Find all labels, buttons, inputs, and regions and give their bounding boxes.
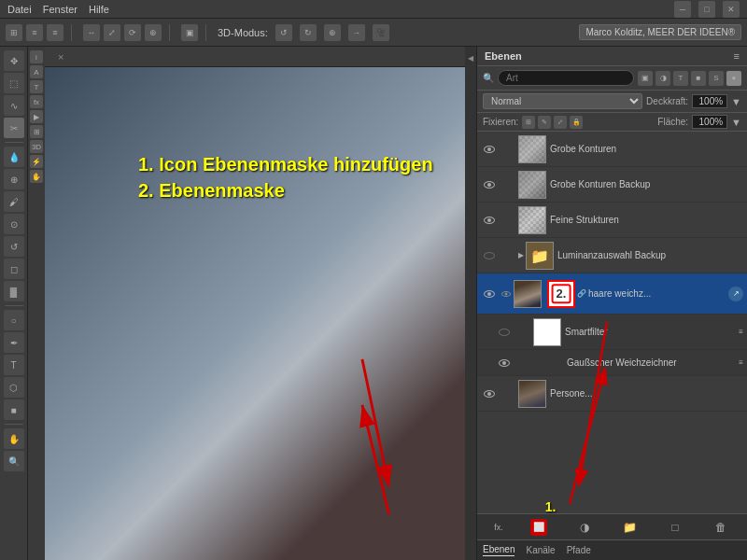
- select-tool[interactable]: ⬚: [4, 73, 24, 93]
- tool-icon-4[interactable]: ↔: [83, 24, 100, 41]
- filter-adj-icon[interactable]: ◑: [655, 71, 670, 86]
- move-tool[interactable]: ✥: [4, 50, 24, 71]
- new-layer-button[interactable]: □: [666, 518, 684, 537]
- lock-fill-row: Fixieren: ⊞ ✎ ⤢ 🔒 Fläche: ▼: [477, 113, 747, 132]
- doc-tab-close[interactable]: ×: [58, 51, 63, 63]
- create-adjustment-button[interactable]: ◑: [575, 518, 594, 537]
- blend-mode-select[interactable]: Normal: [483, 93, 642, 109]
- shape-tool[interactable]: ■: [4, 399, 24, 420]
- tab-kanaele[interactable]: Kanäle: [526, 545, 555, 556]
- layer-group-item[interactable]: ▶ 📁 Luminanzauswahl Backup: [477, 238, 747, 273]
- opacity-input[interactable]: [692, 94, 727, 108]
- tool-icon-7[interactable]: ⊕: [145, 24, 162, 41]
- info-btn-t[interactable]: T: [30, 80, 43, 93]
- layer-visibility-toggle[interactable]: [481, 385, 498, 402]
- tab-pfade[interactable]: Pfade: [567, 545, 591, 556]
- layer-visibility-toggle[interactable]: [481, 176, 498, 193]
- smartfilter-options-icon[interactable]: ≡: [739, 328, 743, 336]
- tool-icon-1[interactable]: ⊞: [6, 24, 22, 41]
- stamp-tool[interactable]: ⊙: [4, 214, 24, 234]
- filter-smart-icon[interactable]: S: [709, 71, 724, 86]
- add-mask-button[interactable]: ⬜ 1.: [529, 518, 548, 537]
- text-tool[interactable]: T: [4, 355, 24, 375]
- tool-icon-2[interactable]: ≡: [26, 24, 43, 41]
- info-btn-a[interactable]: A: [30, 65, 43, 78]
- info-btn-i[interactable]: i: [30, 50, 43, 63]
- 3d-icon-2[interactable]: ↻: [300, 24, 317, 41]
- info-btn-grid[interactable]: ⊞: [30, 125, 43, 138]
- lock-pixels-icon[interactable]: ⊞: [522, 116, 535, 129]
- layer-visibility-toggle[interactable]: [481, 247, 498, 264]
- lock-position-icon[interactable]: ✎: [538, 116, 551, 129]
- menu-hilfe[interactable]: Hilfe: [89, 4, 109, 15]
- layer-item[interactable]: Grobe Konturen: [477, 132, 747, 167]
- info-btn-hand2[interactable]: ✋: [30, 170, 43, 183]
- panel-menu-icon[interactable]: ≡: [734, 50, 740, 62]
- lock-artboard-icon[interactable]: ⤢: [554, 116, 567, 129]
- filter-type-icon[interactable]: T: [673, 71, 688, 86]
- restore-button[interactable]: □: [698, 1, 715, 18]
- delete-layer-button[interactable]: 🗑: [712, 518, 730, 537]
- layer-item[interactable]: Persone...: [477, 376, 747, 412]
- lock-all-icon[interactable]: 🔒: [570, 116, 583, 129]
- opacity-dropdown-icon[interactable]: ▼: [731, 96, 741, 107]
- 3d-icon-1[interactable]: ↺: [275, 24, 292, 41]
- tool-icon-5[interactable]: ⤢: [104, 24, 120, 41]
- tab-ebenen[interactable]: Ebenen: [483, 544, 514, 556]
- tool-icon-6[interactable]: ⟳: [124, 24, 141, 41]
- layer-filter-item[interactable]: Gaußscher Weichzeichner ≡: [477, 350, 747, 376]
- info-btn-wand[interactable]: ⚡: [30, 155, 43, 168]
- dodge-tool[interactable]: ○: [4, 310, 24, 330]
- layer-search-input[interactable]: [498, 70, 634, 86]
- layer-visibility-toggle[interactable]: [481, 286, 498, 302]
- flaeche-dropdown-icon[interactable]: ▼: [731, 117, 741, 128]
- layer-item[interactable]: Grobe Konturen Backup: [477, 167, 747, 203]
- brush-tool[interactable]: 🖌: [4, 191, 24, 212]
- crop-tool[interactable]: ✂: [4, 118, 24, 138]
- layer-options-badge[interactable]: ↗: [728, 287, 743, 301]
- eye-icon: [484, 217, 495, 224]
- workspace-dropdown[interactable]: Marco Kolditz, MEER DER IDEEN®: [579, 24, 741, 40]
- group-expand-arrow[interactable]: ▶: [518, 251, 524, 259]
- history-tool[interactable]: ↺: [4, 236, 24, 257]
- info-btn-3d[interactable]: 3D: [30, 140, 43, 153]
- layer-list[interactable]: Grobe Konturen Grobe Konturen Backup: [477, 132, 747, 513]
- number-1-label: 1.: [545, 499, 557, 514]
- layer-visibility-toggle[interactable]: [481, 141, 498, 158]
- menu-fenster[interactable]: Fenster: [43, 4, 78, 15]
- layer-item[interactable]: Feine Strukturen: [477, 203, 747, 238]
- 3d-icon-3[interactable]: ⊕: [324, 24, 341, 41]
- tool-icon-3[interactable]: ≡: [47, 24, 63, 41]
- filter-options-icon[interactable]: ≡: [739, 358, 743, 367]
- info-btn-fx[interactable]: fx: [30, 95, 43, 108]
- layer-visibility-toggle[interactable]: [481, 212, 498, 229]
- smart-vis[interactable]: [500, 287, 513, 301]
- minimize-button[interactable]: ─: [674, 1, 691, 18]
- layer-mask-thumbnail[interactable]: 2.: [547, 280, 575, 308]
- hand-tool[interactable]: ✋: [4, 428, 24, 449]
- info-btn-play[interactable]: ▶: [30, 110, 43, 123]
- lasso-tool[interactable]: ∿: [4, 95, 24, 116]
- heal-tool[interactable]: ⊕: [4, 169, 24, 189]
- layer-visibility-toggle[interactable]: [496, 355, 513, 371]
- 3d-icon-4[interactable]: →: [348, 24, 365, 41]
- flaeche-input[interactable]: [692, 115, 727, 129]
- 3d-icon-5[interactable]: 🎥: [373, 24, 389, 41]
- path-tool[interactable]: ⬡: [4, 377, 24, 398]
- create-group-button[interactable]: 📁: [621, 518, 640, 537]
- close-button[interactable]: ✕: [723, 1, 740, 18]
- layer-visibility-toggle[interactable]: [496, 324, 513, 341]
- filter-shape-icon[interactable]: ■: [691, 71, 706, 86]
- gradient-tool[interactable]: ▓: [4, 281, 24, 301]
- panel-collapse-arrow[interactable]: ◀: [465, 47, 476, 560]
- filter-pixel-icon[interactable]: ▣: [638, 71, 653, 86]
- eraser-tool[interactable]: ◻: [4, 259, 24, 279]
- layer-smart-item[interactable]: 2. 🔗 haare weichz... ↗: [477, 273, 747, 315]
- zoom-tool[interactable]: 🔍: [4, 451, 24, 471]
- filter-toggle[interactable]: ●: [726, 71, 741, 86]
- menu-datei[interactable]: Datei: [7, 4, 32, 15]
- pen-tool[interactable]: ✒: [4, 332, 24, 353]
- layer-smartfilter-item[interactable]: Smartfilter ≡: [477, 315, 747, 350]
- 3d-box-icon[interactable]: ▣: [181, 24, 198, 41]
- eyedropper-tool[interactable]: 💧: [4, 147, 24, 167]
